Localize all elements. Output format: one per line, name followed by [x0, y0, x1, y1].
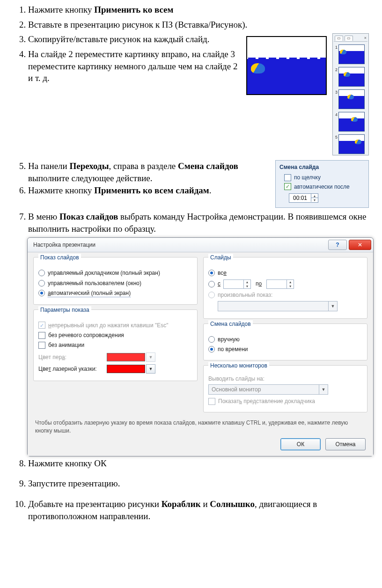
arrow-down-icon[interactable]: ▼: [311, 198, 318, 202]
laser-color-row[interactable]: Цвет лазерной указки: ▼: [38, 364, 192, 374]
laser-color-swatch: [107, 365, 145, 373]
radio-slides-all[interactable]: все: [208, 269, 362, 277]
step-3-4-block: Скопируйте/вставьте рисунок на каждый сл…: [13, 33, 369, 155]
step-7: В меню Показ слайдов выбрать команду Нас…: [28, 211, 369, 235]
group-legend: Смена слайдов: [208, 320, 253, 328]
radio-slides-range[interactable]: с ▲▼ по ▲▼: [208, 279, 362, 289]
text: Нажмите кнопку: [28, 5, 94, 15]
slide-thumb-4[interactable]: 4: [334, 112, 367, 132]
chevron-down-icon: ▼: [319, 385, 328, 394]
checkbox-icon: [38, 342, 45, 349]
instruction-list-cont: Нажмите кнопку ОК Запустите презентацию.…: [13, 457, 369, 522]
checkbox-checked-icon: [284, 183, 291, 190]
checkbox-checked-icon: [38, 322, 45, 329]
pen-color-swatch: [107, 353, 145, 361]
radio-icon: [38, 270, 45, 276]
radio-user-window[interactable]: управляемый пользователем (окно): [38, 279, 192, 287]
slide-thumbnail-panel: ▭ ▭ × 1 2 3 4: [332, 33, 369, 155]
step-1: Нажмите кнопку Применить ко всем: [28, 4, 369, 16]
radio-kiosk-full[interactable]: автоматический (полный экран): [38, 289, 192, 297]
group-legend: Слайды: [208, 254, 233, 261]
fish-icon: [251, 63, 265, 74]
step-8: Нажмите кнопку ОК: [28, 457, 369, 470]
step-2: Вставьте в презентацию рисунок к ПЗ (Вст…: [28, 19, 369, 31]
radio-advance-manual[interactable]: вручную: [208, 336, 362, 343]
slide-thumb-5[interactable]: 5: [334, 134, 367, 154]
checkbox-icon: [38, 332, 45, 339]
step-9: Запустите презентацию.: [28, 478, 369, 490]
radio-disabled-icon: [208, 292, 215, 298]
radio-presenter-full[interactable]: управляемый докладчиком (полный экран): [38, 269, 192, 277]
check-presenter-view: Показать представление докладчика: [208, 397, 362, 405]
radio-custom-show: произвольный показ:: [208, 291, 362, 299]
pen-color-row: Цвет пера: ▼: [38, 353, 192, 362]
advance-after-checkbox[interactable]: автоматически после: [284, 183, 365, 191]
thumb-number: 5: [334, 134, 338, 140]
setup-show-dialog: Настройка презентации ? ✕ Показ слайдов …: [27, 237, 374, 456]
group-multiple-monitors: Несколько мониторов Выводить слайды на: …: [203, 365, 367, 412]
group-legend: Параметры показа: [38, 306, 91, 314]
custom-show-combo: ▼: [218, 301, 338, 311]
radio-advance-timing[interactable]: по времени: [208, 345, 362, 353]
to-spinner[interactable]: ▲▼: [266, 279, 294, 289]
group-slides-range: Слайды все с ▲▼ по ▲▼ произвольный: [203, 257, 367, 318]
on-mouse-click-checkbox[interactable]: по щелчку: [284, 174, 365, 181]
thumb-number: 2: [334, 67, 338, 73]
dialog-title: Настройка презентации: [33, 241, 326, 249]
radio-icon: [208, 281, 215, 287]
step-5: На панели Переходы, справа в разделе Сме…: [28, 160, 270, 184]
tab-outline-icon[interactable]: ▭: [345, 36, 353, 41]
chevron-down-icon: ▼: [328, 301, 337, 311]
thumb-number: 3: [334, 89, 338, 95]
check-loop-esc: непрерывный цикл до нажатия клавиши "Esc…: [38, 322, 192, 329]
panel-header: Смена слайда: [279, 163, 365, 171]
radio-checked-icon: [208, 346, 215, 353]
radio-icon: [38, 280, 45, 287]
help-button[interactable]: ?: [328, 240, 347, 250]
group-show-options: Параметры показа непрерывный цикл до наж…: [33, 309, 198, 382]
slide-large-preview: [246, 36, 327, 95]
cancel-button[interactable]: Отмена: [325, 438, 366, 450]
group-legend: Несколько мониторов: [208, 362, 269, 369]
slide-thumb-3[interactable]: 3: [334, 89, 367, 109]
group-show-type: Показ слайдов управляемый докладчиком (п…: [33, 257, 198, 305]
close-icon[interactable]: ×: [364, 35, 367, 41]
close-button[interactable]: ✕: [349, 240, 371, 250]
group-legend: Показ слайдов: [38, 254, 81, 261]
dialog-titlebar: Настройка презентации ? ✕: [28, 238, 373, 252]
advance-slide-panel: Смена слайда по щелчку автоматически пос…: [275, 160, 369, 208]
thumb-number: 1: [334, 44, 338, 50]
radio-checked-icon: [208, 270, 215, 276]
ok-button[interactable]: ОК: [280, 438, 321, 450]
instruction-list: Нажмите кнопку Применить ко всем Вставьт…: [13, 4, 369, 235]
step-6: Нажмите кнопку Применить ко всем слайдам…: [28, 184, 270, 197]
thumbnail-tabs: ▭ ▭ ×: [334, 35, 367, 42]
slide-thumb-1[interactable]: 1: [334, 44, 367, 64]
radio-icon: [208, 336, 215, 343]
from-spinner[interactable]: ▲▼: [223, 279, 251, 289]
laser-color-dropdown[interactable]: ▼: [146, 364, 155, 374]
checkbox-icon: [284, 174, 291, 181]
radio-checked-icon: [38, 290, 45, 296]
slide-thumb-2[interactable]: 2: [334, 67, 367, 87]
monitor-output-combo: Основной монитор ▼: [208, 384, 328, 395]
step-3: Скопируйте/вставьте рисунок на каждый сл…: [28, 33, 241, 45]
advance-time-spinner[interactable]: 00:01 ▲▼: [289, 193, 318, 203]
checkbox-icon: [208, 398, 215, 405]
bold: Применить ко всем: [94, 5, 173, 15]
step-4: На слайде 2 переместите картинку вправо,…: [28, 48, 241, 84]
step-5-6-block: На панели Переходы, справа в разделе Сме…: [13, 160, 369, 208]
step-10: Добавьте на презентацию рисунки Кораблик…: [28, 498, 369, 522]
thumb-number: 4: [334, 112, 338, 118]
tab-slides-icon[interactable]: ▭: [335, 36, 343, 41]
arrow-up-icon[interactable]: ▲: [311, 194, 318, 198]
pen-color-dropdown: ▼: [146, 353, 155, 362]
laser-pointer-hint: Чтобы отобразить лазерную указку во врем…: [35, 419, 366, 434]
check-no-narration[interactable]: без речевого сопровождения: [38, 331, 192, 339]
group-advance-slides: Смена слайдов вручную по времени: [203, 323, 367, 360]
check-no-animation[interactable]: без анимации: [38, 341, 192, 349]
monitor-output-label: Выводить слайды на:: [208, 375, 362, 382]
